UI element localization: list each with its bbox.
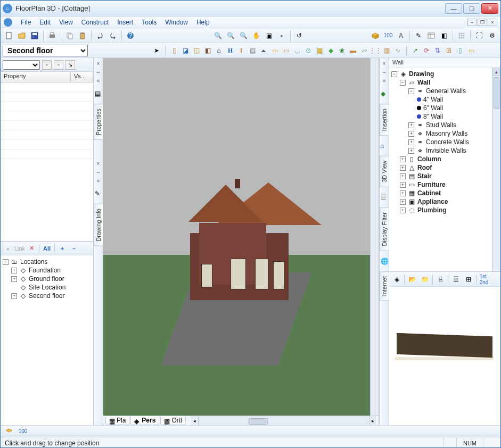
- expand-icon[interactable]: +: [11, 268, 17, 273]
- dimension-button[interactable]: 100: [382, 30, 394, 42]
- expand-icon[interactable]: +: [400, 190, 406, 196]
- strip-pin-icon-2[interactable]: «: [95, 177, 102, 184]
- preview-btn-list[interactable]: ☰: [450, 274, 461, 285]
- tree-node-column[interactable]: +▯Column: [400, 155, 499, 163]
- print-button[interactable]: [46, 30, 58, 42]
- measure-tool[interactable]: ▭: [466, 46, 476, 55]
- expand-icon[interactable]: +: [400, 199, 406, 205]
- beam-tool[interactable]: 𝐈: [236, 46, 246, 55]
- lowbar-3d-button[interactable]: [4, 427, 14, 436]
- expand-icon[interactable]: +: [400, 165, 406, 171]
- tree-node-general-walls[interactable]: − ⚭ General Walls: [408, 87, 499, 95]
- deck-tool[interactable]: ▥: [382, 46, 391, 55]
- tree-node-8-wall[interactable]: 8" Wall: [417, 112, 499, 121]
- mdi-minimize-button[interactable]: –: [467, 19, 477, 26]
- preview-btn-save[interactable]: 📁: [420, 274, 430, 285]
- close-button[interactable]: ✕: [481, 3, 498, 14]
- strip-arrows-icon[interactable]: ↔: [95, 69, 102, 75]
- help-button[interactable]: ?: [125, 30, 136, 42]
- preview-btn-open[interactable]: 📂: [407, 274, 417, 285]
- tree-node-ground-floor[interactable]: + ◇ Ground floor: [11, 275, 91, 283]
- plant-tool[interactable]: ❀: [337, 46, 347, 55]
- locations-expand-button[interactable]: +: [57, 244, 68, 253]
- properties-btn-2[interactable]: ▫: [54, 60, 63, 70]
- tree-node-drawing[interactable]: − ◈ Drawing: [391, 70, 499, 78]
- scroll-up-icon[interactable]: ▴: [492, 68, 500, 76]
- redo-button[interactable]: [107, 30, 119, 42]
- scroll-thumb[interactable]: [494, 77, 499, 109]
- terrain-tool[interactable]: ▱: [359, 46, 369, 55]
- pointer-tool[interactable]: ➤: [152, 46, 161, 55]
- tab-ortho[interactable]: ▩Ortl: [160, 417, 185, 425]
- expand-icon[interactable]: +: [11, 293, 17, 299]
- preview-pane[interactable]: [389, 287, 500, 425]
- preview-btn-grid[interactable]: ⊞: [463, 274, 474, 285]
- opening-tool[interactable]: ◧: [203, 46, 212, 55]
- 3d-view-button[interactable]: [369, 30, 381, 42]
- drawing-tree[interactable]: − ◈ Drawing − ▱ Wall − ⚭ General Walls: [389, 68, 500, 272]
- symbol-tool[interactable]: ▬: [348, 46, 358, 55]
- locations-tree[interactable]: − 🗂 Locations + ◇ Foundation + ◇ Ground …: [1, 255, 93, 425]
- tree-node-6-wall[interactable]: 6" Wall: [417, 104, 499, 112]
- locations-btn-new[interactable]: ▫: [3, 244, 13, 253]
- text-button[interactable]: A: [395, 30, 407, 42]
- options-button[interactable]: ⚙: [486, 30, 498, 42]
- floor-selector[interactable]: Second floor: [3, 45, 88, 56]
- menu-window[interactable]: Window: [161, 19, 192, 26]
- window-tool[interactable]: ◫: [192, 46, 201, 55]
- strip-close-icon-2[interactable]: ×: [95, 160, 102, 167]
- expand-icon[interactable]: −: [3, 259, 9, 265]
- viewport-vscrollbar[interactable]: [370, 58, 379, 416]
- strip-pin-icon-r[interactable]: »: [381, 77, 388, 84]
- zoom-out-button[interactable]: 🔍: [225, 30, 236, 42]
- orbit-button[interactable]: ↺: [293, 30, 305, 42]
- appliance-tool[interactable]: ◡: [292, 46, 302, 55]
- pan-button[interactable]: ✋: [250, 30, 262, 42]
- tab-display-filter[interactable]: Display Filter: [380, 208, 389, 251]
- properties-filter-select[interactable]: [3, 60, 40, 70]
- mdi-restore-button[interactable]: ❐: [478, 19, 487, 26]
- minimize-button[interactable]: —: [445, 3, 462, 14]
- tree-node-second-floor[interactable]: + ◇ Second floor: [11, 292, 91, 300]
- menu-construct[interactable]: Construct: [77, 19, 113, 26]
- expand-icon[interactable]: +: [11, 276, 17, 282]
- menu-file[interactable]: File: [17, 19, 35, 26]
- tab-plan[interactable]: ▦Pla: [105, 417, 129, 425]
- properties-col-property[interactable]: Property: [1, 72, 71, 82]
- expand-icon[interactable]: +: [400, 208, 406, 213]
- menu-insert[interactable]: Insert: [113, 19, 137, 26]
- tree-node-wall[interactable]: − ▱ Wall: [400, 78, 499, 87]
- tree-node-invisible-walls[interactable]: +⚭Invisible Walls: [408, 146, 499, 155]
- undo-button[interactable]: [94, 30, 106, 42]
- tab-properties[interactable]: Properties: [94, 104, 103, 140]
- document-icon[interactable]: [4, 18, 12, 27]
- align-tool[interactable]: ▯: [455, 46, 465, 55]
- camera-tool[interactable]: ⏶: [259, 46, 268, 55]
- preview-btn-copy[interactable]: ⎘: [435, 274, 446, 285]
- properties-btn-3[interactable]: ↘: [65, 60, 75, 70]
- menu-help[interactable]: Help: [192, 19, 214, 26]
- column-tool[interactable]: 𝐇: [225, 46, 235, 55]
- locations-filter-all[interactable]: All: [42, 244, 52, 253]
- strip-pin-icon[interactable]: «: [95, 77, 102, 84]
- tree-node-site-location[interactable]: ◇ Site Location: [11, 283, 91, 292]
- tree-node-cabinet[interactable]: +▦Cabinet: [400, 189, 499, 197]
- tab-3d-view[interactable]: 3D View: [380, 156, 389, 187]
- expand-icon[interactable]: +: [408, 139, 414, 145]
- materials-button[interactable]: ✎: [413, 30, 424, 42]
- zoom-previous-button[interactable]: ▫: [276, 30, 288, 42]
- tree-node-concrete-walls[interactable]: +⚭Concrete Walls: [408, 138, 499, 146]
- path-tool[interactable]: ∿: [393, 46, 403, 55]
- zoom-window-button[interactable]: 🔍: [237, 30, 249, 42]
- tree-node-plumbing[interactable]: +◌Plumbing: [400, 206, 499, 214]
- tab-insertion[interactable]: Insertion: [380, 104, 389, 136]
- electrical-tool[interactable]: ▦: [315, 46, 324, 55]
- properties-btn-1[interactable]: ▫: [42, 60, 52, 70]
- properties-grid[interactable]: [1, 82, 93, 241]
- layers-button[interactable]: ◧: [438, 30, 450, 42]
- zoom-fit-button[interactable]: ▣: [263, 30, 275, 42]
- door-tool[interactable]: ◪: [180, 46, 190, 55]
- expand-icon[interactable]: −: [400, 80, 406, 86]
- properties-col-value[interactable]: Va...: [71, 72, 93, 82]
- locations-collapse-button[interactable]: –: [69, 244, 79, 253]
